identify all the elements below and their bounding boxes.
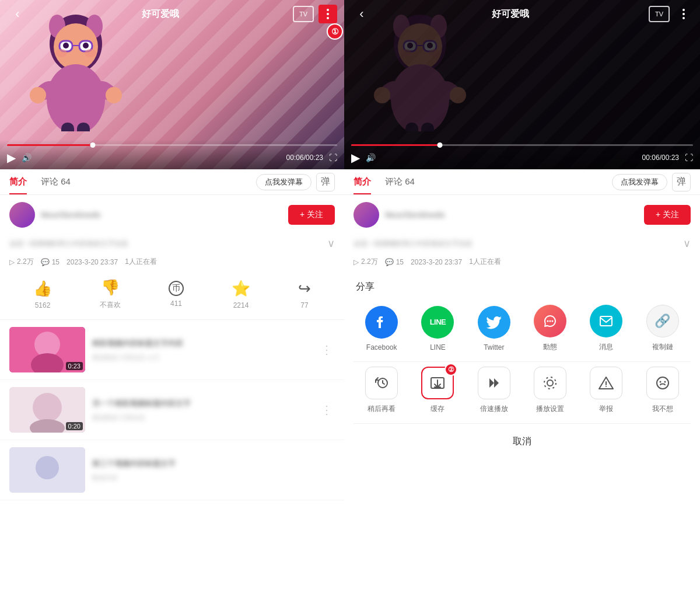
play-icon-left: ▷ xyxy=(9,258,15,266)
tab-comments-right[interactable]: 评论 64 xyxy=(385,169,415,194)
danmu-icon-left[interactable]: 弹 xyxy=(316,173,335,191)
coin-icon-left: 币 xyxy=(169,281,184,296)
date-right: 2023-3-20 23:37 xyxy=(411,258,462,266)
back-button-right[interactable]: ‹ xyxy=(351,4,372,25)
watching-left: 1人正在看 xyxy=(125,257,157,267)
tab-comments-left[interactable]: 评论 64 xyxy=(41,169,71,194)
video-title-item-2: 另一个精彩视频标题内容文字 xyxy=(92,398,318,409)
action-item-report[interactable]: 举报 xyxy=(578,367,634,414)
step-circle-1: ① xyxy=(327,23,343,40)
progress-fill-left xyxy=(7,144,93,146)
fullscreen-button-left[interactable]: ⛶ xyxy=(329,153,337,162)
rdot1 xyxy=(682,9,685,11)
danmu-button-right[interactable]: 点我发弹幕 xyxy=(612,174,667,190)
dot3 xyxy=(327,17,329,19)
dislike-button-left[interactable]: 👎 不喜欢 xyxy=(100,278,121,310)
meta-row-left: ▷ 2.2万 💬 15 2023-3-20 23:37 1人正在看 xyxy=(0,255,344,269)
msg-label: 消息 xyxy=(599,342,613,352)
share-item-link[interactable]: 🔗 複制鏈 xyxy=(635,305,691,352)
follow-button-left[interactable]: + 关注 xyxy=(288,205,335,225)
svg-point-47 xyxy=(552,321,554,322)
fullscreen-button-right[interactable]: ⛶ xyxy=(685,153,693,162)
favorite-button-left[interactable]: ⭐ 2214 xyxy=(232,280,250,309)
video-item-3[interactable]: 第三个视频内容标题文字 数据内容 xyxy=(0,440,344,500)
action-item-notinterested[interactable]: 我不想 xyxy=(635,367,691,414)
thumb-duration-1: 0:23 xyxy=(66,362,83,370)
svg-point-11 xyxy=(47,64,105,131)
tabs-row-left: 简介 评论 64 点我发弹幕 弹 xyxy=(0,169,344,195)
tab-intro-left[interactable]: 简介 xyxy=(9,169,27,194)
share-item-twitter[interactable]: Twitter xyxy=(466,306,522,351)
thumbnail-2: 0:20 xyxy=(9,387,85,433)
rdot2 xyxy=(682,13,685,15)
twitter-label: Twitter xyxy=(484,343,504,351)
report-label: 举报 xyxy=(599,404,613,414)
right-panel: ‹ 好可爱哦 TV ▶ 🔊 00:06/00:23 ⛶ xyxy=(344,0,700,606)
like-button-left[interactable]: 👍 5162 xyxy=(33,280,52,309)
more-button-right[interactable] xyxy=(674,5,693,23)
video-item-1[interactable]: 0:23 精彩视频内容标题文字内容 播放数据 日期信息 xx万 ⋮ xyxy=(0,320,344,380)
views-right: ▷ 2.2万 xyxy=(354,257,378,267)
svg-rect-48 xyxy=(600,316,612,326)
left-panel: ‹ 好可爱哦 TV ① ▶ 🔊 00:06/00:23 ⛶ xyxy=(0,0,344,606)
danmu-icon-right[interactable]: 弹 xyxy=(672,173,691,191)
sound-icon-left[interactable]: 🔊 xyxy=(22,153,32,162)
share-button-left[interactable]: ↪ 77 xyxy=(298,280,311,309)
share-item-msg[interactable]: 消息 xyxy=(578,305,634,352)
speed-icon xyxy=(478,367,510,399)
video-info-3: 第三个视频内容标题文字 数据内容 xyxy=(92,458,335,482)
progress-bar-left[interactable] xyxy=(7,144,337,146)
tv-button-left[interactable]: TV xyxy=(293,6,314,22)
tv-button-right[interactable]: TV xyxy=(649,6,670,22)
video-item-2[interactable]: 0:20 另一个精彩视频标题内容文字 播放数据 日期信息 ⋮ xyxy=(0,380,344,440)
share-item-dongtai[interactable]: 動態 xyxy=(522,305,578,352)
thumbnail-3 xyxy=(9,447,85,493)
svg-point-9 xyxy=(55,49,67,57)
thumb-img-3 xyxy=(9,447,85,493)
play-button-left[interactable]: ▶ xyxy=(7,151,16,165)
action-row-left: 👍 5162 👎 不喜欢 币 411 ⭐ 2214 ↪ 77 xyxy=(0,269,344,320)
action-item-speed[interactable]: 倍速播放 xyxy=(466,367,522,414)
svg-point-7 xyxy=(63,43,69,48)
action-item-settings[interactable]: 播放设置 xyxy=(522,367,578,414)
dot2 xyxy=(327,13,329,15)
svg-point-46 xyxy=(550,321,551,322)
coin-button-left[interactable]: 币 411 xyxy=(169,281,184,308)
controls-row-right: ▶ 🔊 00:06/00:23 ⛶ xyxy=(351,151,693,165)
tabs-row-right: 简介 评论 64 点我发弹幕 弹 xyxy=(344,169,700,195)
progress-thumb-right xyxy=(438,142,443,148)
progress-thumb-left xyxy=(90,142,96,148)
svg-point-8 xyxy=(83,43,89,48)
expand-icon-right[interactable]: ∨ xyxy=(683,237,691,250)
author-avatar-left xyxy=(9,202,35,228)
step-circle-2: ② xyxy=(444,363,457,376)
action-item-cache[interactable]: ② 缓存 xyxy=(410,367,466,414)
danmu-button-left[interactable]: 点我发弹幕 xyxy=(256,174,312,190)
sound-icon-right[interactable]: 🔊 xyxy=(366,153,376,162)
dongtai-label: 動態 xyxy=(543,342,557,352)
cancel-button[interactable]: 取消 xyxy=(344,424,700,459)
video-more-1[interactable]: ⋮ xyxy=(318,340,335,359)
tab-intro-right[interactable]: 简介 xyxy=(354,169,371,194)
video-controls-left: ▶ 🔊 00:06/00:23 ⛶ xyxy=(0,140,344,169)
svg-point-45 xyxy=(547,321,549,322)
like-count-left: 5162 xyxy=(35,301,51,309)
video-controls-right: ▶ 🔊 00:06/00:23 ⛶ xyxy=(344,140,700,169)
video-more-2[interactable]: ⋮ xyxy=(318,400,335,419)
back-button-left[interactable]: ‹ xyxy=(7,4,28,25)
favorite-count-left: 2214 xyxy=(233,301,249,309)
share-item-line[interactable]: LINE LINE xyxy=(410,306,466,351)
rdot3 xyxy=(682,17,685,19)
share-item-facebook[interactable]: Facebook xyxy=(354,306,410,351)
action-item-watchlater[interactable]: 稍后再看 xyxy=(354,367,410,414)
expand-icon-left[interactable]: ∨ xyxy=(327,237,335,250)
svg-point-26 xyxy=(36,456,59,479)
more-button-left[interactable] xyxy=(318,5,337,23)
link-icon: 🔗 xyxy=(646,305,679,337)
line-icon: LINE xyxy=(421,306,454,339)
notinterested-icon xyxy=(646,367,679,399)
play-button-right[interactable]: ▶ xyxy=(351,151,360,165)
progress-bar-right[interactable] xyxy=(351,144,693,146)
author-avatar-right xyxy=(354,202,379,228)
follow-button-right[interactable]: + 关注 xyxy=(644,205,691,225)
